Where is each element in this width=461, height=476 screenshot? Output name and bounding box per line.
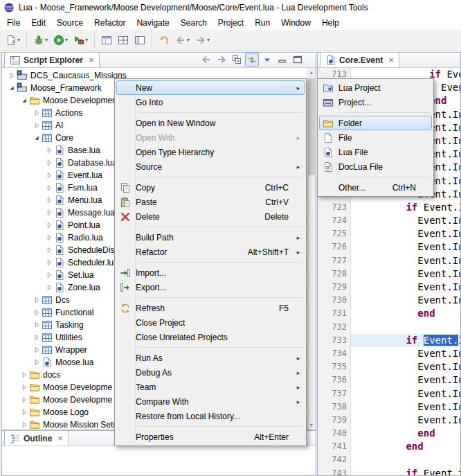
code-text[interactable]: Event.IniUnit = UNIT:FindByName( Event.I… — [351, 254, 460, 267]
maximize-button[interactable] — [291, 53, 305, 67]
code-text[interactable] — [351, 453, 460, 466]
menu-edit[interactable]: Edit — [26, 17, 51, 29]
expand-arrow-icon[interactable] — [44, 245, 54, 256]
expand-arrow-icon[interactable] — [44, 270, 54, 281]
menu-item-import[interactable]: Import... — [116, 265, 305, 280]
expand-arrow-icon[interactable] — [31, 344, 42, 355]
tab-outline[interactable]: Outline × — [4, 430, 69, 446]
expand-arrow-icon[interactable] — [44, 232, 54, 243]
menu-file[interactable]: File — [1, 17, 26, 29]
debug-button[interactable]: ▾ — [30, 32, 51, 49]
explorer-scrollbar[interactable]: ▲ ▼ — [307, 68, 316, 430]
expand-arrow-icon[interactable] — [31, 332, 42, 343]
close-icon[interactable]: × — [89, 55, 94, 65]
menu-item-properties[interactable]: PropertiesAlt+Enter — [116, 430, 305, 444]
menu-item-refactor[interactable]: RefactorAlt+Shift+T▸ — [116, 245, 305, 259]
scroll-down-icon[interactable]: ▼ — [307, 421, 316, 430]
menu-item-run-as[interactable]: Run As▸ — [116, 351, 305, 365]
code-text[interactable]: Event.IniDCSUnit = Event.initiator — [351, 214, 460, 227]
menu-refactor[interactable]: Refactor — [89, 17, 131, 29]
code-text[interactable]: end — [351, 440, 460, 453]
expand-arrow-icon[interactable] — [19, 394, 29, 405]
menu-project[interactable]: Project — [213, 17, 249, 29]
minimize-button[interactable] — [275, 53, 289, 67]
menu-item-export[interactable]: Export... — [116, 280, 305, 294]
expand-arrow-icon[interactable] — [31, 107, 42, 118]
code-text[interactable]: Event.IniTypeName = Event.IniDCSUnit:get… — [351, 294, 460, 307]
expand-arrow-icon[interactable] — [19, 419, 29, 430]
expand-arrow-icon[interactable] — [31, 294, 42, 306]
expand-arrow-icon[interactable] — [44, 257, 54, 268]
expand-arrow-icon[interactable] — [44, 220, 54, 231]
code-text[interactable]: Event.IniDCSUnitName = Event.IniDCSUnit:… — [351, 360, 460, 373]
dropdown-arrow-icon[interactable]: ▾ — [85, 37, 88, 43]
code-text[interactable]: if Event.IniObjectCategory == Object.Cat… — [351, 201, 460, 214]
expand-arrow-icon[interactable] — [44, 195, 54, 206]
menu-help[interactable]: Help — [316, 17, 345, 29]
collapse-arrow-icon[interactable] — [6, 82, 17, 94]
code-text[interactable]: Event.IniUnitName = Event.IniDCSUnitName — [351, 240, 460, 254]
expand-arrow-icon[interactable] — [44, 145, 54, 156]
nav-forward-button[interactable] — [215, 53, 228, 67]
expand-arrow-icon[interactable] — [31, 120, 42, 131]
dropdown-arrow-icon[interactable]: ▾ — [65, 37, 68, 43]
menu-item-source[interactable]: Source▸ — [116, 159, 305, 174]
submenu-item-doclua-file[interactable]: DocLua File — [319, 159, 432, 174]
submenu-item-other[interactable]: Other...Ctrl+N — [319, 180, 432, 195]
expand-arrow-icon[interactable] — [44, 170, 54, 181]
nav-back-button[interactable] — [199, 53, 213, 67]
submenu-item-file[interactable]: File — [319, 130, 432, 145]
code-text[interactable]: Event.IniCoalition = Event.IniDCSUnit:ge… — [351, 267, 460, 281]
code-text[interactable]: Event.IniDCSUnitName = Event.IniDCSUnit:… — [351, 227, 460, 240]
menu-item-compare-with[interactable]: Compare With▸ — [116, 394, 305, 409]
expand-arrow-icon[interactable] — [31, 357, 42, 368]
menu-search[interactable]: Search — [175, 17, 213, 29]
code-text[interactable]: if Event.IniObjectCategory == Object.Cat… — [351, 334, 460, 347]
dropdown-arrow-icon[interactable]: ▾ — [45, 37, 48, 43]
view-columns-button[interactable] — [132, 32, 148, 49]
expand-arrow-icon[interactable] — [19, 382, 29, 393]
menu-item-close-project[interactable]: Close Project — [116, 315, 305, 330]
expand-arrow-icon[interactable] — [44, 157, 54, 168]
menu-item-debug-as[interactable]: Debug As▸ — [116, 365, 305, 380]
submenu-item-lua-file[interactable]: Lua File — [319, 145, 432, 159]
submenu-item-project[interactable]: Project... — [319, 95, 432, 109]
menu-navigate[interactable]: Navigate — [131, 17, 174, 29]
expand-arrow-icon[interactable] — [44, 182, 54, 193]
collapse-arrow-icon[interactable] — [31, 132, 42, 143]
menu-item-paste[interactable]: PasteCtrl+V — [116, 195, 305, 209]
menu-item-close-unrelated-projects[interactable]: Close Unrelated Projects — [116, 330, 305, 344]
expand-arrow-icon[interactable] — [6, 70, 17, 81]
tab-script-explorer[interactable]: Script Explorer × — [4, 52, 100, 67]
code-text[interactable]: Event.IniCoalition = Event.IniDCSUnit:ge… — [351, 400, 460, 414]
collapse-arrow-icon[interactable] — [19, 95, 29, 106]
scroll-up-icon[interactable]: ▲ — [307, 68, 316, 77]
menu-item-build-path[interactable]: Build Path▸ — [116, 230, 305, 245]
menu-item-delete[interactable]: DeleteDelete — [116, 209, 305, 224]
code-text[interactable]: Event.IniDCSUnit = Event.initiator — [351, 347, 460, 360]
expand-arrow-icon[interactable] — [44, 282, 54, 293]
dropdown-arrow-icon[interactable]: ▾ — [187, 37, 190, 43]
submenu-item-folder[interactable]: Folder — [319, 116, 432, 130]
tab-core-event[interactable]: Core.Event × — [320, 52, 399, 67]
menu-item-restore-from-local-history[interactable]: Restore from Local History... — [116, 409, 305, 423]
code-text[interactable]: end — [351, 307, 460, 320]
menu-item-open-in-new-window[interactable]: Open in New Window — [116, 116, 305, 130]
code-text[interactable] — [351, 321, 460, 334]
expand-arrow-icon[interactable] — [19, 369, 29, 380]
menu-item-refresh[interactable]: RefreshF5 — [116, 301, 305, 315]
view-menu-button[interactable] — [260, 53, 274, 67]
code-text[interactable]: end — [351, 427, 460, 440]
menu-item-go-into[interactable]: Go Into — [116, 95, 305, 109]
link-with-editor-button[interactable] — [245, 53, 259, 67]
close-icon[interactable]: × — [57, 433, 63, 443]
menu-item-open-type-hierarchy[interactable]: Open Type Hierarchy — [116, 145, 305, 159]
expand-arrow-icon[interactable] — [44, 207, 54, 218]
view-grid-button[interactable] — [115, 32, 132, 49]
menu-item-new[interactable]: New▸ — [116, 80, 305, 95]
expand-arrow-icon[interactable] — [19, 407, 29, 418]
collapse-all-button[interactable] — [230, 53, 244, 67]
nav-back-button[interactable]: ▾ — [172, 32, 192, 49]
expand-arrow-icon[interactable] — [31, 307, 42, 318]
code-text[interactable]: Event.IniUnit = STATIC:FindByName( Event… — [351, 387, 460, 400]
